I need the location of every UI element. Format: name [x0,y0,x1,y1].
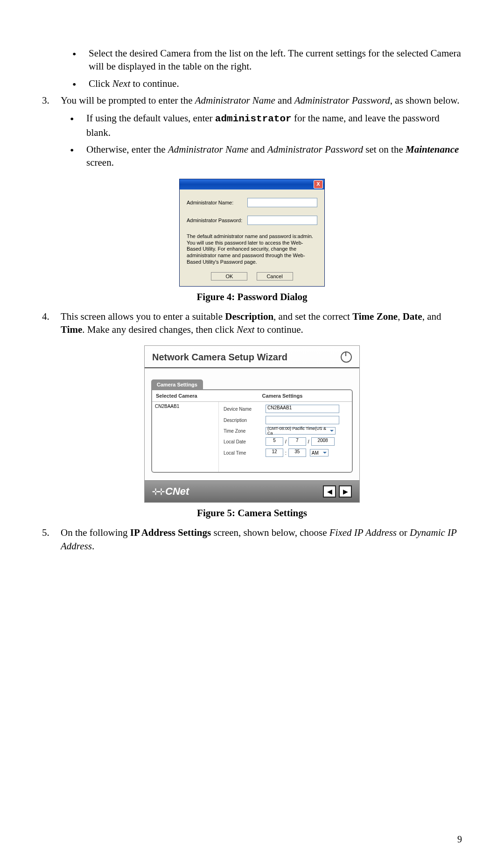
cnet-logo: ⊹⊹ CNet [152,485,189,498]
close-button[interactable]: X [314,180,323,189]
cancel-button[interactable]: Cancel [257,272,293,281]
time-min-input[interactable]: 35 [288,449,306,457]
bullet-item: Click Next to continue. [70,77,462,90]
page-number: 9 [457,834,462,845]
prev-button[interactable]: ◀ [323,485,336,498]
step-4: 4. This screen allows you to enter a sui… [42,310,462,337]
step-3: 3. You will be prompted to enter the Adm… [42,94,462,169]
camera-list-item[interactable]: CN2BAAB1 [155,404,216,409]
close-icon: X [316,182,320,187]
time-hour-input[interactable]: 12 [266,449,283,457]
column-selected-camera: Selected Camera [156,393,217,399]
description-label: Description [224,418,266,423]
bullet-item: Otherwise, enter the Administrator Name … [68,143,462,169]
admin-password-input[interactable] [247,216,317,225]
device-name-input[interactable]: CN2BAAB1 [266,405,339,413]
dialog-titlebar: X [180,179,324,189]
date-day-input[interactable]: 7 [288,437,306,446]
date-year-input[interactable]: 2008 [311,437,335,446]
admin-name-label: Administrator Name: [187,200,247,205]
camera-setup-wizard: Network Camera Setup Wizard Camera Setti… [144,345,360,503]
column-camera-settings: Camera Settings [217,393,348,399]
wizard-title: Network Camera Setup Wizard [152,352,287,363]
password-dialog: X Administrator Name: Administrator Pass… [179,179,325,287]
time-ampm-select[interactable]: AM [310,449,329,456]
local-date-label: Local Date [224,439,266,444]
power-icon[interactable] [341,351,352,363]
dialog-note-text: The default administrator name and passw… [187,233,317,266]
admin-password-label: Administrator Password: [187,218,247,223]
figure-5-caption: Figure 5: Camera Settings [42,507,462,519]
figure-4-caption: Figure 4: Password Dialog [42,291,462,303]
logo-icon: ⊹⊹ [152,486,163,497]
device-name-label: Device Name [224,407,266,412]
admin-name-input[interactable] [247,198,317,207]
local-time-label: Local Time [224,450,266,456]
bullet-list-top: Select the desired Camera from the list … [70,47,462,90]
step-5: 5. On the following IP Address Settings … [42,526,462,553]
tab-camera-settings[interactable]: Camera Settings [151,379,203,389]
chevron-left-icon: ◀ [327,488,332,495]
date-month-input[interactable]: 5 [266,437,283,446]
bullet-item: Select the desired Camera from the list … [70,47,462,73]
next-button[interactable]: ▶ [339,485,352,498]
bullet-item: If using the default values, enter admin… [68,112,462,139]
timezone-select[interactable]: (GMT-08:00) Pacific Time(US & Ca [266,427,336,435]
ok-button[interactable]: OK [211,272,247,281]
description-input[interactable] [266,416,339,424]
chevron-right-icon: ▶ [343,488,348,495]
timezone-label: Time Zone [224,428,266,434]
